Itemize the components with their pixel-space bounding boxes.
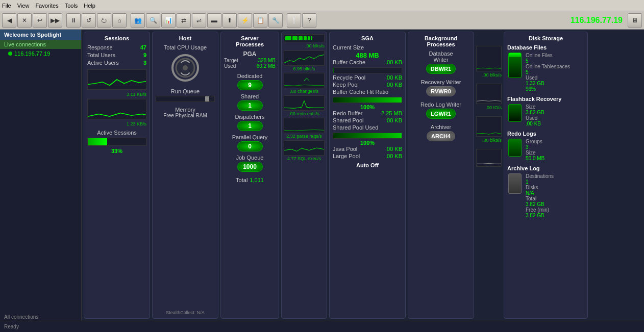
toolbar-clipboard[interactable]: 📋 xyxy=(253,13,267,28)
sga-shared-pool-row: Shared Pool .00 KB xyxy=(333,117,402,123)
sga-current-size-row: Current Size xyxy=(333,44,402,50)
io-label1: .00 blks/s xyxy=(476,72,502,78)
toolbar-settings[interactable]: 🔧 xyxy=(268,13,283,28)
throughput-spark1 xyxy=(284,50,325,66)
sga-buffer-hit-value: 100% xyxy=(333,104,402,110)
used-label: Used xyxy=(526,75,584,81)
cpu-circle xyxy=(170,53,201,83)
flash-used-label: Used xyxy=(526,115,584,121)
toolbar-box[interactable]: ▬ xyxy=(207,13,221,28)
sga-keep-pool-label: Keep Pool xyxy=(333,82,359,88)
menu-view[interactable]: View xyxy=(17,3,30,9)
toolbar-users[interactable]: 👥 xyxy=(131,13,145,28)
toolbar-forward[interactable]: ▶▶ xyxy=(48,13,62,28)
total-row: Total 1,011 xyxy=(224,177,276,183)
db-writer-label: DatabaseWriter xyxy=(411,50,470,63)
parallel-query-section: Parallel Query 0 xyxy=(224,134,276,151)
pga-used-row: Used 60.2 MB xyxy=(224,63,276,69)
parallel-query-value: 0 xyxy=(237,141,263,151)
sessions-sparkline2 xyxy=(87,99,146,119)
sga-shared-pool-used-bar-fill xyxy=(333,133,402,138)
sga-shared-pool-value: .00 KB xyxy=(385,117,402,123)
throughput-label4: 2.32 parse reqs/s xyxy=(284,134,325,139)
redo-log-item: Redo Log Writer LGWR1 xyxy=(411,101,470,120)
arch-cylinder-icon xyxy=(507,173,523,218)
toolbar-alert[interactable]: ❕ xyxy=(287,13,301,28)
session-bar xyxy=(87,138,146,146)
toolbar-search[interactable]: 🔍 xyxy=(146,13,160,28)
arch-total-label: Total xyxy=(526,196,584,201)
sga-buffer-cache-bar xyxy=(333,67,402,73)
toolbar-ip: 116.196.77.19 xyxy=(571,16,627,25)
dedicated-value: 9 xyxy=(237,80,263,90)
sga-recycle-pool-label: Recycle Pool xyxy=(333,74,365,81)
sga-shared-pool-used-row: Shared Pool Used xyxy=(333,124,402,131)
toolbar-layers[interactable]: ⬆ xyxy=(222,13,237,28)
shared-label: Shared xyxy=(224,93,276,99)
arch-badge: ARCH4 xyxy=(427,131,455,141)
sga-current-size-label: Current Size xyxy=(333,44,364,50)
recovery-writer-label: Recovery Writer xyxy=(411,79,470,85)
toolbar: ◀ ✕ ↩ ▶▶ ⏸ ↺ ⭮ ⌂ 👥 🔍 📊 ⇄ ⇌ ▬ ⬆ ⚡ 📋 🔧 ❕ ?… xyxy=(0,11,644,30)
background-processes-panel: BackgroundProcesses DatabaseWriter DBWR1… xyxy=(408,32,474,319)
sidebar-item-connection[interactable]: 116.196.77.19 xyxy=(0,49,81,58)
toolbar-refresh2[interactable]: ↺ xyxy=(82,13,96,28)
recovery-badge: RVWR0 xyxy=(426,86,456,96)
bar-seg6 xyxy=(311,36,312,40)
response-row: Response 47 xyxy=(87,44,146,50)
redo-logs-row: Groups 3 Size 50.0 MB xyxy=(507,139,584,161)
sga-keep-pool-value: .00 KB xyxy=(385,82,402,88)
toolbar-refresh1[interactable]: ↩ xyxy=(33,13,47,28)
active-users-row: Active Users 3 xyxy=(87,60,146,66)
toolbar-home[interactable]: ⌂ xyxy=(112,13,127,28)
toolbar-lightning[interactable]: ⚡ xyxy=(238,13,252,28)
toolbar-help[interactable]: ? xyxy=(302,13,316,28)
toolbar-close[interactable]: ✕ xyxy=(17,13,32,28)
sga-large-pool-label: Large Pool xyxy=(333,153,360,159)
flash-cylinder xyxy=(508,104,522,122)
sessions-panel: Sessions Response 47 Total Users 9 Activ… xyxy=(84,32,150,319)
sga-shared-pool-used-value: 100% xyxy=(333,140,402,146)
menu-tools[interactable]: Tools xyxy=(65,3,78,9)
run-queue-bar xyxy=(156,96,215,102)
disk-storage-title: Disk Storage xyxy=(507,35,584,41)
recovery-writer-item: Recovery Writer RVWR0 xyxy=(411,79,470,97)
db-cylinder-icon xyxy=(507,53,523,92)
menu-help[interactable]: Help xyxy=(84,3,95,9)
run-queue-indicator xyxy=(205,96,209,101)
total-users-value: 9 xyxy=(143,52,146,58)
toolbar-sync2[interactable]: ⇌ xyxy=(192,13,206,28)
toolbar-back[interactable]: ◀ xyxy=(2,13,16,28)
host-title: Host xyxy=(156,35,215,41)
sidebar-item-live[interactable]: Live connections xyxy=(0,40,81,49)
db-cylinder xyxy=(508,53,522,78)
menu-favorites[interactable]: Favorites xyxy=(35,3,58,9)
bar-seg1 xyxy=(285,36,291,40)
io-label3: .00 blks/s xyxy=(476,138,502,143)
throughput-spark4 xyxy=(284,118,325,133)
db-files-info: Online Files 5 Online Tablespaces 5 Used… xyxy=(526,53,584,92)
menu-file[interactable]: File xyxy=(2,3,11,9)
toolbar-rotate[interactable]: ⭮ xyxy=(97,13,111,28)
pga-used-label: Used xyxy=(224,63,236,69)
arch-free-label: Free (min) xyxy=(526,207,584,213)
statusbar: Ready xyxy=(0,321,644,332)
toolbar-sync[interactable]: ⇄ xyxy=(177,13,191,28)
job-queue-section: Job Queue 1000 xyxy=(224,155,276,172)
cpu-label: Total CPU Usage xyxy=(156,44,215,50)
toolbar-chart[interactable]: 📊 xyxy=(161,13,176,28)
flash-size-label: Size xyxy=(526,104,584,110)
throughput-panel: .00 blks/s 6.95 blks/s .00 changes/s xyxy=(281,32,327,319)
server-processes-panel: ServerProcesses PGA Target 328 MB Used 6… xyxy=(220,32,279,319)
sidebar: Welcome to Spotlight Live connections 11… xyxy=(0,30,82,321)
toolbar-monitor[interactable]: 🖥 xyxy=(628,13,642,28)
throughput-spark3 xyxy=(284,95,325,111)
job-queue-label: Job Queue xyxy=(224,155,276,161)
online-files-value: 5 xyxy=(526,58,584,64)
statusbar-text: Ready xyxy=(4,324,19,329)
toolbar-pause[interactable]: ⏸ xyxy=(66,13,81,28)
sga-buffer-cache-label: Buffer Cache xyxy=(333,59,365,65)
flash-size-value: 3.82 GB xyxy=(526,110,584,115)
arch-disks-label: Disks xyxy=(526,185,584,190)
sga-buffer-cache-value: .00 KB xyxy=(385,59,402,65)
